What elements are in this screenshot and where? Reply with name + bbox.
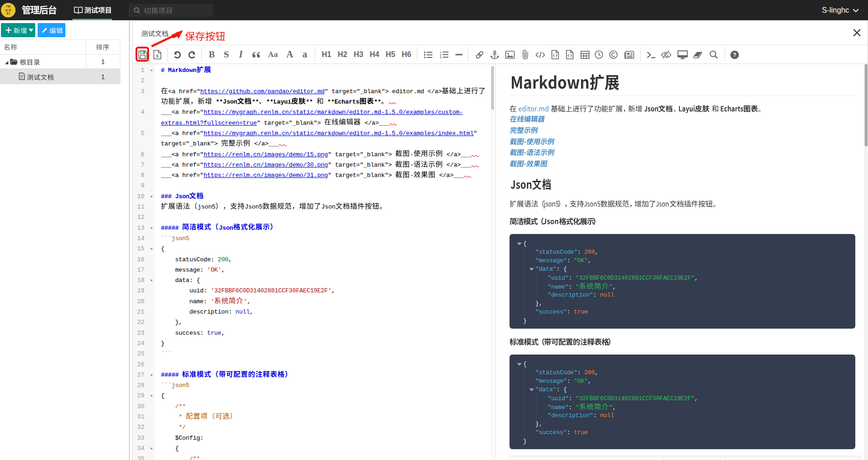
svg-text:3: 3 — [440, 56, 441, 58]
svg-text:?: ? — [733, 51, 736, 58]
svg-text:x: x — [156, 52, 159, 59]
